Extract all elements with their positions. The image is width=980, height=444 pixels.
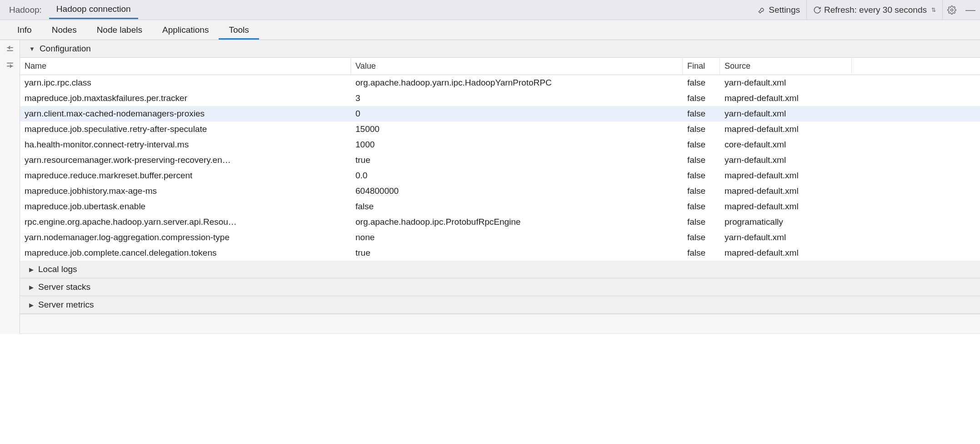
cell-source: yarn-default.xml	[720, 152, 852, 168]
cell-name: mapreduce.job.maxtaskfailures.per.tracke…	[20, 91, 351, 106]
section-configuration[interactable]: ▼ Configuration	[20, 40, 980, 58]
connection-tab[interactable]: Hadoop connection	[49, 0, 138, 19]
cell-source: mapred-default.xml	[720, 168, 852, 183]
cell-final: false	[683, 199, 720, 214]
refresh-button[interactable]: Refresh: every 30 seconds ⇅	[806, 0, 942, 20]
cell-value: 0	[351, 106, 683, 121]
cell-final: false	[683, 152, 720, 168]
cell-final: false	[683, 168, 720, 183]
cell-name: ha.health-monitor.connect-retry-interval…	[20, 137, 351, 152]
cell-final: false	[683, 245, 720, 261]
settings-gear-button[interactable]	[942, 0, 961, 20]
table-row[interactable]: yarn.ipc.rpc.classorg.apache.hadoop.yarn…	[20, 75, 980, 91]
cell-value: false	[351, 199, 683, 214]
cell-value: 0.0	[351, 168, 683, 183]
cell-name: yarn.resourcemanager.work-preserving-rec…	[20, 152, 351, 168]
cell-source: mapred-default.xml	[720, 183, 852, 199]
cell-name: mapreduce.job.ubertask.enable	[20, 199, 351, 214]
tab-nodes[interactable]: Nodes	[42, 20, 87, 40]
refresh-label: Refresh: every 30 seconds	[824, 5, 927, 15]
cell-name: mapreduce.job.speculative.retry-after-sp…	[20, 121, 351, 137]
cell-name: yarn.ipc.rpc.class	[20, 75, 351, 91]
cell-final: false	[683, 121, 720, 137]
chevron-right-icon: ▶	[29, 266, 34, 273]
section-local-logs[interactable]: ▶ Local logs	[20, 261, 980, 278]
cell-source: yarn-default.xml	[720, 230, 852, 245]
table-row[interactable]: yarn.client.max-cached-nodemanagers-prox…	[20, 106, 980, 121]
cell-final: false	[683, 183, 720, 199]
empty-section	[20, 314, 980, 334]
title-bar: Hadoop: Hadoop connection Settings Refre…	[0, 0, 980, 20]
table-row[interactable]: ha.health-monitor.connect-retry-interval…	[20, 137, 980, 152]
table-body: yarn.ipc.rpc.classorg.apache.hadoop.yarn…	[20, 75, 980, 261]
section-server-metrics[interactable]: ▶ Server metrics	[20, 296, 980, 314]
table-row[interactable]: mapreduce.jobhistory.max-age-ms604800000…	[20, 183, 980, 199]
table-row[interactable]: mapreduce.job.speculative.retry-after-sp…	[20, 121, 980, 137]
table-row[interactable]: mapreduce.job.complete.cancel.delegation…	[20, 245, 980, 261]
tab-node-labels[interactable]: Node labels	[87, 20, 152, 40]
section-title: Local logs	[38, 264, 77, 274]
chevron-down-icon: ▼	[29, 45, 35, 52]
settings-button[interactable]: Settings	[751, 0, 806, 20]
dropdown-caret-icon: ⇅	[931, 7, 936, 13]
collapse-all-icon[interactable]	[5, 60, 15, 69]
col-value[interactable]: Value	[351, 58, 683, 75]
cell-source: mapred-default.xml	[720, 245, 852, 261]
tab-applications[interactable]: Applications	[152, 20, 219, 40]
table-row[interactable]: mapreduce.job.ubertask.enablefalsefalsem…	[20, 199, 980, 214]
cell-final: false	[683, 106, 720, 121]
cell-source: mapred-default.xml	[720, 121, 852, 137]
cell-name: yarn.client.max-cached-nodemanagers-prox…	[20, 106, 351, 121]
sub-tab-bar: Info Nodes Node labels Applications Tool…	[0, 20, 980, 40]
table-row[interactable]: mapreduce.job.maxtaskfailures.per.tracke…	[20, 91, 980, 106]
cell-name: mapreduce.jobhistory.max-age-ms	[20, 183, 351, 199]
cell-source: mapred-default.xml	[720, 199, 852, 214]
table-row[interactable]: yarn.nodemanager.log-aggregation.compres…	[20, 230, 980, 245]
cell-name: yarn.nodemanager.log-aggregation.compres…	[20, 230, 351, 245]
gear-icon	[947, 5, 956, 15]
table-row[interactable]: mapreduce.reduce.markreset.buffer.percen…	[20, 168, 980, 183]
cell-value: 1000	[351, 137, 683, 152]
chevron-right-icon: ▶	[29, 302, 34, 308]
minimize-button[interactable]: —	[961, 4, 980, 16]
refresh-icon	[813, 6, 821, 14]
cell-source: yarn-default.xml	[720, 75, 852, 91]
cell-value: true	[351, 245, 683, 261]
tab-tools[interactable]: Tools	[219, 20, 259, 40]
cell-value: 15000	[351, 121, 683, 137]
cell-final: false	[683, 230, 720, 245]
section-server-stacks[interactable]: ▶ Server stacks	[20, 278, 980, 296]
cell-source: programatically	[720, 214, 852, 230]
cell-final: false	[683, 75, 720, 91]
cell-value: 3	[351, 91, 683, 106]
col-name[interactable]: Name	[20, 58, 351, 75]
table-row[interactable]: yarn.resourcemanager.work-preserving-rec…	[20, 152, 980, 168]
wrench-icon	[758, 6, 766, 14]
table-header: Name Value Final Source	[20, 58, 980, 75]
cell-value: org.apache.hadoop.yarn.ipc.HadoopYarnPro…	[351, 75, 683, 91]
cell-final: false	[683, 137, 720, 152]
tab-info[interactable]: Info	[7, 20, 42, 40]
side-gutter	[0, 40, 20, 334]
cell-name: mapreduce.job.complete.cancel.delegation…	[20, 245, 351, 261]
col-source[interactable]: Source	[720, 58, 852, 75]
chevron-right-icon: ▶	[29, 284, 34, 291]
main-panel: ▼ Configuration Name Value Final Source …	[20, 40, 980, 334]
cell-source: core-default.xml	[720, 137, 852, 152]
section-title: Server stacks	[38, 282, 90, 292]
cell-source: mapred-default.xml	[720, 91, 852, 106]
svg-point-0	[951, 9, 953, 11]
section-title: Server metrics	[38, 300, 94, 310]
cell-final: false	[683, 214, 720, 230]
cell-final: false	[683, 91, 720, 106]
app-label: Hadoop:	[5, 5, 46, 15]
settings-label: Settings	[769, 5, 800, 15]
expand-all-icon[interactable]	[5, 45, 15, 54]
col-final[interactable]: Final	[683, 58, 720, 75]
cell-source: yarn-default.xml	[720, 106, 852, 121]
cell-value: true	[351, 152, 683, 168]
cell-value: none	[351, 230, 683, 245]
cell-name: mapreduce.reduce.markreset.buffer.percen…	[20, 168, 351, 183]
table-row[interactable]: rpc.engine.org.apache.hadoop.yarn.server…	[20, 214, 980, 230]
section-title: Configuration	[40, 44, 91, 54]
